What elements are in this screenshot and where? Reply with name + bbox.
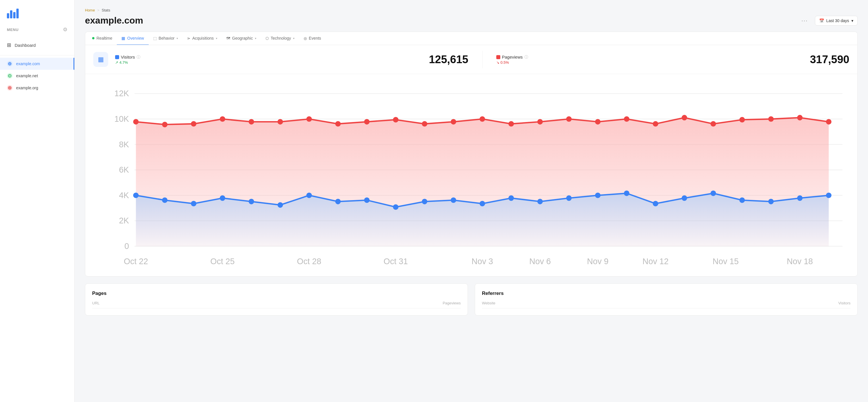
svg-point-44 <box>739 117 745 122</box>
svg-point-40 <box>624 116 629 122</box>
pageviews-arrow: ↘ <box>496 60 499 65</box>
tab-acquisitions[interactable]: ⋗ Acquisitions ▾ <box>183 32 222 45</box>
date-range-button[interactable]: 📅 Last 30 days ▾ <box>815 16 858 26</box>
date-range-label: Last 30 days <box>826 19 849 23</box>
tab-technology-label: Technology <box>271 36 291 40</box>
favicon-example-net <box>7 73 12 79</box>
visitors-value: 125,615 <box>429 53 468 66</box>
svg-text:10K: 10K <box>114 114 129 123</box>
svg-point-43 <box>710 121 716 127</box>
pageviews-label: Pageviews ⓘ <box>496 55 528 60</box>
svg-text:2K: 2K <box>119 216 129 225</box>
svg-point-31 <box>364 119 369 124</box>
visitors-info-icon[interactable]: ⓘ <box>136 55 141 60</box>
sidebar-item-example-net[interactable]: example.net <box>0 70 74 82</box>
more-options-button[interactable]: ··· <box>799 16 810 25</box>
logo-bar-4 <box>17 9 19 19</box>
tab-events-label: Events <box>309 36 321 40</box>
sidebar-menu-label: MENU <box>7 28 19 32</box>
settings-icon[interactable]: ⚙ <box>63 26 67 33</box>
svg-text:Nov 15: Nov 15 <box>712 257 739 266</box>
behavior-icon: ⬚ <box>153 36 157 40</box>
breadcrumb-current: Stats <box>102 8 110 12</box>
site-label-example-org: example.org <box>16 86 38 90</box>
bottom-cards: Pages URL Pageviews Referrers Website Vi… <box>85 283 858 316</box>
main-content: Home > Stats example.com ··· 📅 Last 30 d… <box>74 0 868 402</box>
visitors-change-value: 4.7% <box>119 60 128 65</box>
svg-point-24 <box>162 122 167 127</box>
referrers-card: Referrers Website Visitors <box>475 283 858 316</box>
svg-point-50 <box>162 197 167 203</box>
tab-realtime[interactable]: Realtime <box>88 32 117 45</box>
pageviews-change-value: 0.5% <box>501 60 509 65</box>
svg-point-47 <box>826 119 832 124</box>
svg-point-41 <box>653 121 658 127</box>
svg-point-37 <box>537 119 543 124</box>
svg-point-30 <box>335 121 341 127</box>
svg-point-28 <box>278 119 283 124</box>
tab-geographic-label: Geographic <box>232 36 253 40</box>
svg-point-58 <box>393 204 398 210</box>
date-range-chevron: ▾ <box>851 19 854 23</box>
pageviews-value: 317,590 <box>810 53 849 66</box>
logo-bar-1 <box>7 13 9 19</box>
svg-text:Nov 3: Nov 3 <box>472 257 493 266</box>
svg-point-39 <box>595 119 600 124</box>
chart-bar-icon: ▦ <box>98 56 104 63</box>
logo-bar-3 <box>13 12 16 19</box>
pages-card: Pages URL Pageviews <box>85 283 468 316</box>
sidebar-sites: example.com example.net example.org <box>0 58 74 94</box>
svg-text:Nov 9: Nov 9 <box>587 257 609 266</box>
svg-text:0: 0 <box>125 242 129 251</box>
svg-point-46 <box>797 115 803 120</box>
svg-point-26 <box>220 116 225 122</box>
svg-point-62 <box>508 195 514 201</box>
svg-point-35 <box>479 116 485 122</box>
tab-technology[interactable]: ⬡ Technology ▾ <box>261 32 299 45</box>
svg-point-71 <box>768 199 774 204</box>
svg-point-51 <box>191 201 196 206</box>
svg-point-36 <box>508 121 514 127</box>
svg-point-66 <box>624 191 629 196</box>
svg-text:Oct 22: Oct 22 <box>124 257 148 266</box>
breadcrumb: Home > Stats <box>85 8 858 12</box>
svg-point-23 <box>133 119 138 124</box>
svg-point-27 <box>249 119 254 124</box>
sidebar-item-dashboard[interactable]: ⊞ Dashboard <box>0 38 74 52</box>
header-actions: ··· 📅 Last 30 days ▾ <box>799 16 858 26</box>
referrers-col1: Website <box>482 301 495 305</box>
chart-area: 12K 10K 8K 6K 4K 2K 0 <box>85 74 857 276</box>
visitors-change: ↗ 4.7% <box>115 60 141 65</box>
pageviews-color <box>496 55 500 59</box>
referrers-header: Website Visitors <box>482 301 850 308</box>
svg-point-49 <box>133 193 138 198</box>
page-header: example.com ··· 📅 Last 30 days ▾ <box>85 15 858 26</box>
breadcrumb-home[interactable]: Home <box>85 8 95 12</box>
svg-point-33 <box>422 121 427 127</box>
svg-text:12K: 12K <box>114 89 129 98</box>
tab-behavior[interactable]: ⬚ Behavior ▾ <box>149 32 183 45</box>
chart-stats: ▦ Visitors ⓘ ↗ 4.7% 125,61 <box>85 45 857 74</box>
tab-overview-label: Overview <box>127 36 144 40</box>
pageviews-stat-section: Pageviews ⓘ ↘ 0.5% 317,590 <box>496 53 849 66</box>
svg-point-29 <box>306 116 312 122</box>
logo-bar-2 <box>10 10 12 19</box>
chart-svg: 12K 10K 8K 6K 4K 2K 0 <box>93 80 849 272</box>
visitors-label: Visitors ⓘ <box>115 55 141 60</box>
tab-geographic[interactable]: 🗺 Geographic ▾ <box>222 32 261 45</box>
sidebar-item-example-org[interactable]: example.org <box>0 82 74 94</box>
svg-point-55 <box>306 193 312 198</box>
overview-icon: ▦ <box>121 36 125 40</box>
site-label-example-com: example.com <box>16 61 40 66</box>
sidebar-item-example-com[interactable]: example.com <box>0 58 74 70</box>
tab-behavior-label: Behavior <box>159 36 175 40</box>
visitors-stat-section: Visitors ⓘ ↗ 4.7% 125,615 <box>115 53 468 66</box>
svg-text:Oct 25: Oct 25 <box>210 257 235 266</box>
tab-events[interactable]: ◎ Events <box>299 32 326 45</box>
svg-point-59 <box>422 199 427 204</box>
pageviews-info-icon[interactable]: ⓘ <box>524 55 528 60</box>
svg-point-53 <box>249 199 254 204</box>
dashboard-label: Dashboard <box>14 43 36 48</box>
tab-overview[interactable]: ▦ Overview <box>117 32 148 45</box>
referrers-col2: Visitors <box>838 301 850 305</box>
